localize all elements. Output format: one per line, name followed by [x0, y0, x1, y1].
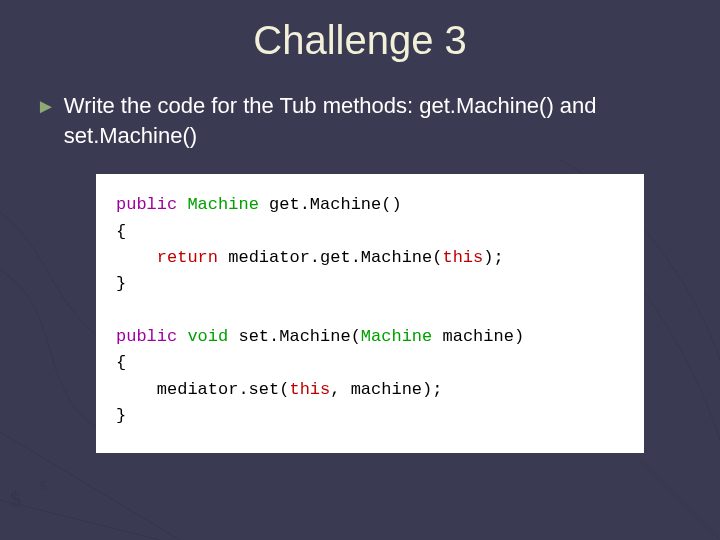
code-text: mediator.set( [116, 380, 289, 399]
code-text: } [116, 274, 126, 293]
code-text: ); [483, 248, 503, 267]
code-text: mediator.get.Machine( [218, 248, 442, 267]
code-text: machine) [432, 327, 524, 346]
slide: Challenge 3 ► Write the code for the Tub… [0, 0, 720, 540]
code-text: set.Machine( [228, 327, 361, 346]
triangle-bullet-icon: ► [36, 91, 56, 121]
code-type: Machine [361, 327, 432, 346]
code-text: , machine); [330, 380, 442, 399]
code-text: { [116, 222, 126, 241]
bullet-text: Write the code for the Tub methods: get.… [64, 91, 684, 150]
code-kw: public [116, 195, 177, 214]
code-type: Machine [177, 195, 259, 214]
code-type: void [177, 327, 228, 346]
code-kw: this [289, 380, 330, 399]
code-text: } [116, 406, 126, 425]
code-block: public Machine get.Machine() { return me… [96, 174, 644, 453]
bullet-item: ► Write the code for the Tub methods: ge… [36, 91, 684, 150]
slide-title: Challenge 3 [36, 18, 684, 63]
code-text: get.Machine() [259, 195, 402, 214]
code-text: { [116, 353, 126, 372]
code-kw: this [442, 248, 483, 267]
code-kw: public [116, 327, 177, 346]
code-kw: return [116, 248, 218, 267]
